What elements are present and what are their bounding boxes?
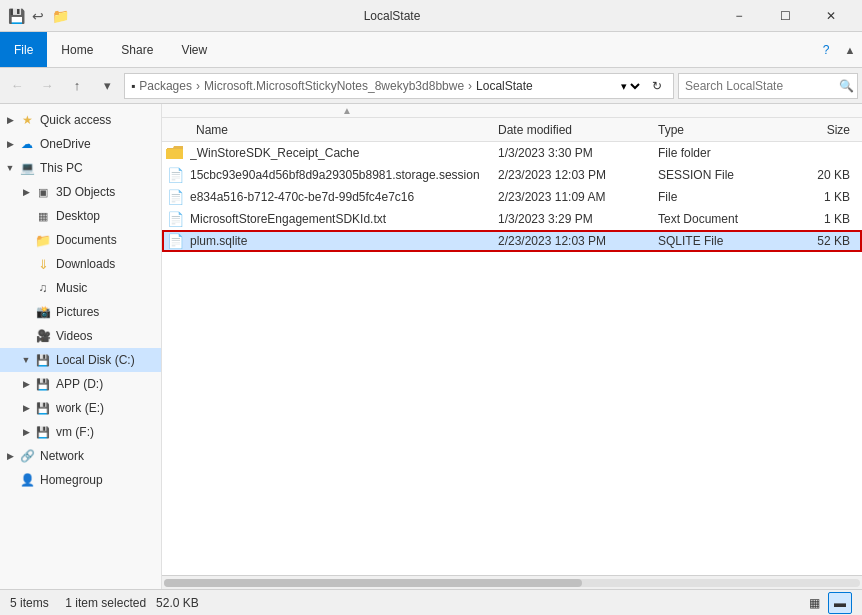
path-root-icon: ▪ xyxy=(131,79,135,93)
cube-icon: ▣ xyxy=(34,183,52,201)
search-box: 🔍 xyxy=(678,73,858,99)
file-row-1[interactable]: 📄 15cbc93e90a4d56bf8d9a29305b8981.storag… xyxy=(162,164,862,186)
sidebar-label-local-disk-c: Local Disk (C:) xyxy=(56,353,135,367)
forward-button[interactable]: → xyxy=(34,73,60,99)
title-bar-controls: − ☐ ✕ xyxy=(716,0,854,32)
sidebar-item-homegroup[interactable]: 👤 Homegroup xyxy=(0,468,161,492)
sidebar-item-desktop[interactable]: ▦ Desktop xyxy=(0,204,161,228)
sidebar-label-homegroup: Homegroup xyxy=(40,473,103,487)
sidebar-item-pictures[interactable]: 📸 Pictures xyxy=(0,300,161,324)
cloud-icon: ☁ xyxy=(18,135,36,153)
search-input[interactable] xyxy=(685,79,835,93)
col-header-date[interactable]: Date modified xyxy=(498,123,658,137)
sidebar-label-this-pc: This PC xyxy=(40,161,83,175)
file-name-2: e834a516-b712-470c-be7d-99d5fc4e7c16 xyxy=(190,190,498,204)
search-icon[interactable]: 🔍 xyxy=(839,79,854,93)
selected-info: 1 item selected xyxy=(65,596,146,610)
file-type-1: SESSION File xyxy=(658,168,778,182)
large-icons-view-button[interactable]: ▦ xyxy=(802,592,826,614)
expand-this-pc[interactable]: ▼ xyxy=(2,160,18,176)
address-bar: ← → ↑ ▾ ▪ Packages › Microsoft.Microsoft… xyxy=(0,68,862,104)
sidebar-item-vm-f[interactable]: ▶ 💾 vm (F:) xyxy=(0,420,161,444)
ribbon: File Home Share View ? ▲ xyxy=(0,32,862,68)
h-scroll-track xyxy=(164,579,860,587)
separator-2: › xyxy=(468,79,472,93)
horizontal-scrollbar[interactable] xyxy=(162,575,862,589)
h-scroll-thumb[interactable] xyxy=(164,579,582,587)
sidebar-item-music[interactable]: ♫ Music xyxy=(0,276,161,300)
refresh-button[interactable]: ↻ xyxy=(647,76,667,96)
sidebar-item-app-d[interactable]: ▶ 💾 APP (D:) xyxy=(0,372,161,396)
file-date-3: 1/3/2023 3:29 PM xyxy=(498,212,658,226)
up-button[interactable]: ↑ xyxy=(64,73,90,99)
sidebar-item-downloads[interactable]: ⇓ Downloads xyxy=(0,252,161,276)
file-row-3[interactable]: 📄 MicrosoftStoreEngagementSDKId.txt 1/3/… xyxy=(162,208,862,230)
sidebar-item-3d-objects[interactable]: ▶ ▣ 3D Objects xyxy=(0,180,161,204)
close-button[interactable]: ✕ xyxy=(808,0,854,32)
sidebar-item-work-e[interactable]: ▶ 💾 work (E:) xyxy=(0,396,161,420)
expand-onedrive[interactable]: ▶ xyxy=(2,136,18,152)
sidebar-label-downloads: Downloads xyxy=(56,257,115,271)
file-icon-1: 📄 xyxy=(166,166,184,184)
expand-work-e[interactable]: ▶ xyxy=(18,400,34,416)
path-packages: Packages xyxy=(139,79,192,93)
sidebar-label-music: Music xyxy=(56,281,87,295)
expand-local-disk-c[interactable]: ▼ xyxy=(18,352,34,368)
tab-home[interactable]: Home xyxy=(47,32,107,67)
sidebar-item-network[interactable]: ▶ 🔗 Network xyxy=(0,444,161,468)
expand-quick-access[interactable]: ▶ xyxy=(2,112,18,128)
network-icon: 🔗 xyxy=(18,447,36,465)
videos-icon: 🎥 xyxy=(34,327,52,345)
expand-network[interactable]: ▶ xyxy=(2,448,18,464)
sidebar: ▶ ★ Quick access ▶ ☁ OneDrive ▼ 💻 This P… xyxy=(0,104,162,589)
file-area: ▲ Name Date modified Type Size xyxy=(162,104,862,589)
sidebar-item-local-disk-c[interactable]: ▼ 💾 Local Disk (C:) xyxy=(0,348,161,372)
sidebar-item-onedrive[interactable]: ▶ ☁ OneDrive xyxy=(0,132,161,156)
desktop-icon: ▦ xyxy=(34,207,52,225)
view-buttons: ▦ ▬ xyxy=(802,592,852,614)
file-date-0: 1/3/2023 3:30 PM xyxy=(498,146,658,160)
items-count: 5 items xyxy=(10,596,49,610)
tab-file[interactable]: File xyxy=(0,32,47,67)
sidebar-item-videos[interactable]: 🎥 Videos xyxy=(0,324,161,348)
file-date-4: 2/23/2023 12:03 PM xyxy=(498,234,658,248)
col-header-size[interactable]: Size xyxy=(778,123,858,137)
path-stickynotes: Microsoft.MicrosoftStickyNotes_8wekyb3d8… xyxy=(204,79,464,93)
minimize-button[interactable]: − xyxy=(716,0,762,32)
sidebar-item-quick-access[interactable]: ▶ ★ Quick access xyxy=(0,108,161,132)
file-row-4[interactable]: 📄 plum.sqlite 2/23/2023 12:03 PM SQLITE … xyxy=(162,230,862,252)
ribbon-toggle-icon[interactable]: ▲ xyxy=(838,32,862,67)
address-path[interactable]: ▪ Packages › Microsoft.MicrosoftStickyNo… xyxy=(124,73,674,99)
expand-3d[interactable]: ▶ xyxy=(18,184,34,200)
separator-1: › xyxy=(196,79,200,93)
homegroup-icon: 👤 xyxy=(18,471,36,489)
back-button[interactable]: ← xyxy=(4,73,30,99)
col-header-name[interactable]: Name xyxy=(166,123,498,137)
recent-locations-button[interactable]: ▾ xyxy=(94,73,120,99)
music-icon: ♫ xyxy=(34,279,52,297)
folder-icon: 📁 xyxy=(52,8,68,24)
undo-icon[interactable]: ↩ xyxy=(30,8,46,24)
expand-vm-f[interactable]: ▶ xyxy=(18,424,34,440)
sidebar-label-vm-f: vm (F:) xyxy=(56,425,94,439)
path-dropdown[interactable]: ▾ xyxy=(617,79,643,93)
file-date-1: 2/23/2023 12:03 PM xyxy=(498,168,658,182)
expand-app-d[interactable]: ▶ xyxy=(18,376,34,392)
sidebar-item-this-pc[interactable]: ▼ 💻 This PC xyxy=(0,156,161,180)
sidebar-item-documents[interactable]: 📁 Documents xyxy=(0,228,161,252)
save-icon[interactable]: 💾 xyxy=(8,8,24,24)
details-view-button[interactable]: ▬ xyxy=(828,592,852,614)
col-header-type[interactable]: Type xyxy=(658,123,778,137)
tab-share[interactable]: Share xyxy=(107,32,167,67)
disk-f-icon: 💾 xyxy=(34,423,52,441)
file-row-2[interactable]: 📄 e834a516-b712-470c-be7d-99d5fc4e7c16 2… xyxy=(162,186,862,208)
sort-indicator-row: ▲ xyxy=(162,104,862,118)
file-row-0[interactable]: _WinStoreSDK_Receipt_Cache 1/3/2023 3:30… xyxy=(162,142,862,164)
maximize-button[interactable]: ☐ xyxy=(762,0,808,32)
sidebar-label-onedrive: OneDrive xyxy=(40,137,91,151)
help-icon[interactable]: ? xyxy=(814,32,838,67)
file-icon-4: 📄 xyxy=(166,232,184,250)
tab-view[interactable]: View xyxy=(167,32,221,67)
title-bar-icons: 💾 ↩ 📁 xyxy=(8,8,68,24)
file-icon-3: 📄 xyxy=(166,210,184,228)
